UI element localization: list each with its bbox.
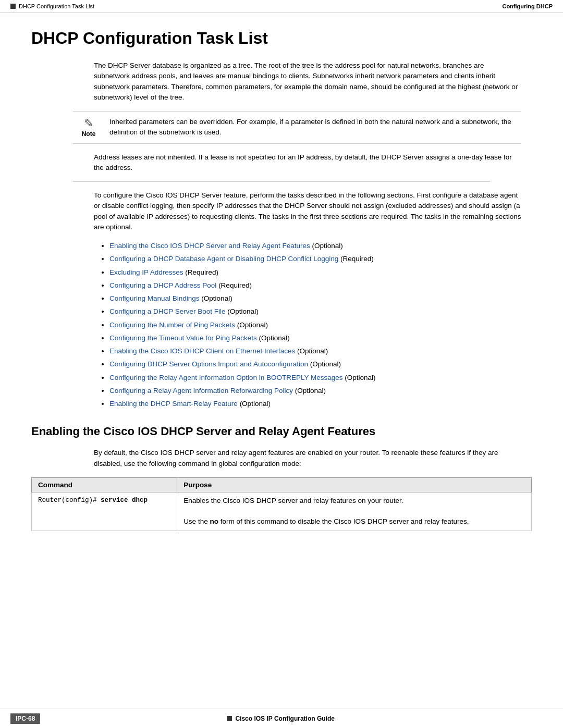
list-item: Configuring a Relay Agent Information Re… xyxy=(109,386,521,396)
page-number: IPC-68 xyxy=(10,713,40,724)
note-pencil-icon: ✎ xyxy=(84,118,93,129)
list-item-link[interactable]: Configuring a DHCP Database Agent or Dis… xyxy=(109,255,338,263)
list-item-link[interactable]: Configuring a Relay Agent Information Re… xyxy=(109,387,293,394)
list-item: Configuring the Timeout Value for Ping P… xyxy=(109,333,521,343)
list-item-suffix: (Required) xyxy=(216,281,252,289)
page-title: DHCP Configuration Task List xyxy=(31,29,532,48)
list-item-link[interactable]: Configuring the Relay Agent Information … xyxy=(109,374,342,381)
list-item: Enabling the DHCP Smart-Relay Feature (O… xyxy=(109,399,521,409)
purpose-cell: Enables the Cisco IOS DHCP server and re… xyxy=(177,492,532,530)
list-item-link[interactable]: Enabling the Cisco IOS DHCP Server and R… xyxy=(109,242,310,250)
list-item: Configuring a DHCP Address Pool (Require… xyxy=(109,280,521,291)
divider xyxy=(73,181,490,182)
col-purpose-header: Purpose xyxy=(177,477,532,492)
table-row: Router(config)# service dhcpEnables the … xyxy=(32,492,532,530)
footer-square-icon xyxy=(227,716,232,721)
command-table: Command Purpose Router(config)# service … xyxy=(31,477,532,531)
section-heading: Enabling the Cisco IOS DHCP Server and R… xyxy=(31,425,532,438)
list-item-link[interactable]: Configuring the Timeout Value for Ping P… xyxy=(109,334,257,342)
list-item: Configuring a DHCP Database Agent or Dis… xyxy=(109,254,521,264)
list-item-link[interactable]: Configuring the Number of Ping Packets xyxy=(109,321,235,329)
table-header-row: Command Purpose xyxy=(32,477,532,492)
list-item: Configuring the Number of Ping Packets (… xyxy=(109,320,521,330)
list-item-suffix: (Required) xyxy=(183,268,219,276)
list-item-suffix: (Optional) xyxy=(257,334,290,342)
list-item-suffix: (Optional) xyxy=(293,387,326,394)
command-bold: service dhcp xyxy=(101,497,148,504)
main-content: DHCP Configuration Task List The DHCP Se… xyxy=(0,13,563,552)
list-item: Configuring the Relay Agent Information … xyxy=(109,373,521,383)
note-box: ✎ Note Inherited parameters can be overr… xyxy=(73,111,521,144)
breadcrumb-text: DHCP Configuration Task List xyxy=(19,3,94,9)
section-label: Configuring DHCP xyxy=(502,3,553,9)
top-bar: DHCP Configuration Task List Configuring… xyxy=(0,0,563,13)
list-item-suffix: (Optional) xyxy=(342,374,375,381)
list-item: Excluding IP Addresses (Required) xyxy=(109,267,521,278)
note-content: Inherited parameters can be overridden. … xyxy=(109,117,521,138)
list-item: Configuring a DHCP Server Boot File (Opt… xyxy=(109,306,521,317)
list-item: Enabling the Cisco IOS DHCP Server and R… xyxy=(109,241,521,251)
list-item-suffix: (Optional) xyxy=(310,242,343,250)
list-item-suffix: (Optional) xyxy=(200,294,232,302)
list-item: Enabling the Cisco IOS DHCP Client on Et… xyxy=(109,346,521,356)
list-item-suffix: (Optional) xyxy=(226,307,259,315)
list-item-link[interactable]: Configuring Manual Bindings xyxy=(109,294,200,302)
footer: IPC-68 Cisco IOS IP Configuration Guide xyxy=(0,709,563,728)
note-icon-area: ✎ Note xyxy=(73,117,104,138)
list-item-suffix: (Optional) xyxy=(238,400,271,408)
list-item-suffix: (Required) xyxy=(338,255,374,263)
note-label: Note xyxy=(82,130,96,138)
breadcrumb-square-icon xyxy=(10,4,16,9)
footer-center: Cisco IOS IP Configuration Guide xyxy=(227,715,334,722)
list-item-link[interactable]: Configuring DHCP Server Options Import a… xyxy=(109,360,308,368)
list-item-link[interactable]: Excluding IP Addresses xyxy=(109,268,183,276)
list-item-link[interactable]: Configuring a DHCP Address Pool xyxy=(109,281,216,289)
list-item: Configuring DHCP Server Options Import a… xyxy=(109,359,521,369)
list-item-suffix: (Optional) xyxy=(308,360,341,368)
list-item-suffix: (Optional) xyxy=(235,321,268,329)
col-command-header: Command xyxy=(32,477,177,492)
note-extra-text: Address leases are not inherited. If a l… xyxy=(94,152,521,174)
command-cell: Router(config)# service dhcp xyxy=(32,492,177,530)
intro-paragraph: The DHCP Server database is organized as… xyxy=(94,60,521,103)
breadcrumb-area: DHCP Configuration Task List xyxy=(10,3,94,9)
list-item: Configuring Manual Bindings (Optional) xyxy=(109,293,521,304)
note-text: Inherited parameters can be overridden. … xyxy=(109,118,511,136)
section-intro: By default, the Cisco IOS DHCP server an… xyxy=(94,448,521,469)
no-keyword: no xyxy=(210,517,218,525)
list-item-link[interactable]: Enabling the Cisco IOS DHCP Client on Et… xyxy=(109,347,295,355)
list-item-link[interactable]: Enabling the DHCP Smart-Relay Feature xyxy=(109,400,238,408)
task-list: Enabling the Cisco IOS DHCP Server and R… xyxy=(109,241,521,409)
footer-guide-title: Cisco IOS IP Configuration Guide xyxy=(235,715,334,722)
list-item-link[interactable]: Configuring a DHCP Server Boot File xyxy=(109,307,226,315)
list-item-suffix: (Optional) xyxy=(295,347,328,355)
configure-intro: To configure the Cisco IOS DHCP Server f… xyxy=(94,190,521,232)
